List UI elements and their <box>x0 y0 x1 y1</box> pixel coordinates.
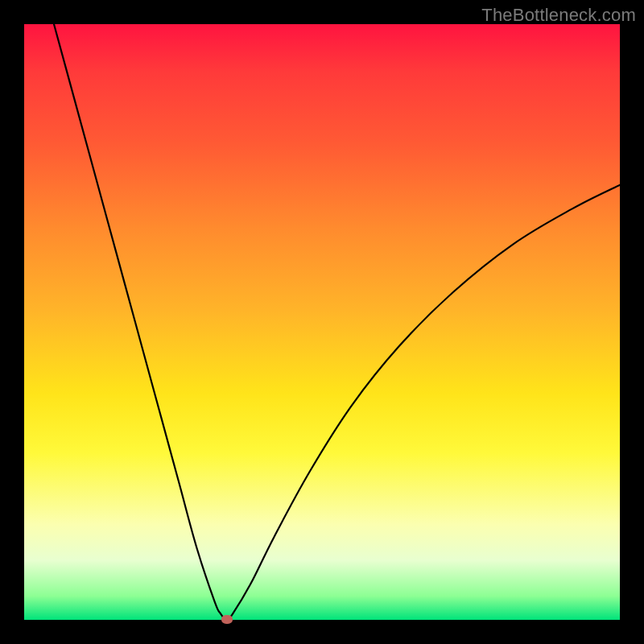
watermark-text: TheBottleneck.com <box>481 5 636 26</box>
chart-frame: TheBottleneck.com <box>0 0 644 644</box>
bottleneck-curve <box>24 24 620 620</box>
optimal-point-marker <box>221 615 233 624</box>
plot-area <box>24 24 620 620</box>
